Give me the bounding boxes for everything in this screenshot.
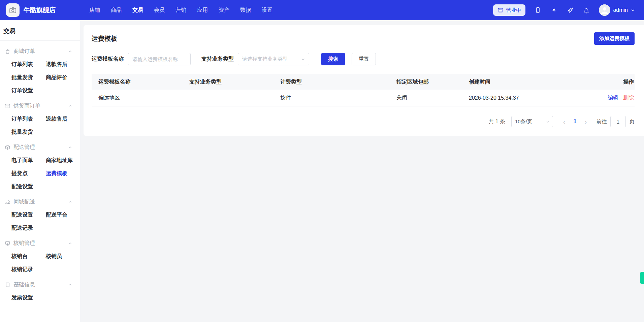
sidebar-item-提货点[interactable]: 提货点: [11, 170, 46, 177]
sidebar-item-商家地址库[interactable]: 商家地址库: [46, 157, 80, 164]
floating-helper-tab[interactable]: [640, 272, 644, 284]
sidebar-item-订单列表[interactable]: 订单列表: [11, 61, 46, 68]
nav-item-店铺[interactable]: 店铺: [89, 7, 100, 14]
nav-item-资产[interactable]: 资产: [219, 7, 229, 14]
menu-row: 提货点运费模板: [0, 167, 80, 180]
rocket-icon[interactable]: [567, 6, 574, 14]
section-label: 商城订单: [13, 48, 65, 55]
sidebar-item-订单列表[interactable]: 订单列表: [11, 116, 46, 123]
topbar-right: 营业中: [493, 4, 635, 16]
section-商城订单[interactable]: 商城订单: [0, 43, 80, 58]
info-icon: [5, 282, 11, 288]
gear-icon[interactable]: [550, 6, 558, 14]
edit-link[interactable]: 编辑: [608, 94, 618, 101]
row-actions: 编辑删除: [594, 94, 635, 101]
chevron-up-icon[interactable]: [68, 241, 73, 246]
section-label: 同城配送: [13, 198, 65, 205]
column-header-指定区域包邮: 指定区域包邮: [390, 78, 462, 86]
sidebar-item-配送记录[interactable]: 配送记录: [11, 225, 46, 232]
nav-item-会员[interactable]: 会员: [154, 7, 165, 14]
section-基础信息[interactable]: 基础信息: [0, 276, 80, 291]
verify-icon: [5, 240, 11, 247]
topbar: 牛酷旗舰店 店铺商品交易会员营销应用资产数据设置 营业中: [0, 0, 644, 20]
chevron-up-icon[interactable]: [68, 145, 73, 150]
filter-type-label: 支持业务类型: [201, 56, 234, 63]
nav-item-营销[interactable]: 营销: [175, 7, 186, 14]
template-name-input[interactable]: [128, 53, 191, 65]
topbar-nav: 店铺商品交易会员营销应用资产数据设置: [89, 7, 272, 14]
sidebar-item-配送平台[interactable]: 配送平台: [46, 212, 80, 219]
sidebar-item-核销记录[interactable]: 核销记录: [11, 266, 46, 273]
nav-item-数据[interactable]: 数据: [240, 7, 251, 14]
sidebar-item-配送设置[interactable]: 配送设置: [11, 183, 46, 190]
mobile-icon[interactable]: [534, 6, 542, 14]
table-header-row: 运费模板名称支持业务类型计费类型指定区域包邮创建时间操作: [92, 74, 635, 90]
bell-icon[interactable]: [583, 6, 590, 14]
sidebar-item-电子面单[interactable]: 电子面单: [11, 157, 46, 164]
page-number[interactable]: 1: [569, 119, 581, 125]
total-count: 共 1 条: [488, 118, 505, 125]
filter-name-label: 运费模板名称: [92, 56, 124, 63]
search-button[interactable]: 搜索: [321, 53, 345, 65]
page-size-value: 10条/页: [515, 119, 532, 125]
menu-row: 批量发货: [0, 126, 80, 139]
goto-page-input[interactable]: [610, 116, 626, 127]
chevron-up-icon[interactable]: [68, 104, 73, 108]
sidebar-item-批量发货[interactable]: 批量发货: [11, 129, 46, 136]
nav-item-设置[interactable]: 设置: [262, 7, 272, 14]
sidebar-title: 交易: [0, 26, 80, 40]
scooter-icon: [5, 199, 11, 205]
page-size-select[interactable]: 10条/页: [511, 116, 553, 127]
section-供货商订单[interactable]: 供货商订单: [0, 97, 80, 112]
table-cell: 关闭: [390, 94, 462, 101]
table-cell: 2026-03-20 15:34:37: [462, 95, 594, 101]
sidebar-item-订单设置[interactable]: 订单设置: [11, 87, 46, 94]
menu-row: 发票设置: [0, 291, 80, 304]
store-logo[interactable]: [6, 3, 20, 17]
menu-row: 配送设置配送平台: [0, 208, 80, 222]
column-header-计费类型: 计费类型: [273, 78, 390, 86]
column-header-操作: 操作: [594, 78, 635, 86]
business-type-placeholder: 请选择支持业务类型: [242, 56, 288, 62]
sidebar-item-核销员[interactable]: 核销员: [46, 253, 80, 260]
add-freight-template-button[interactable]: 添加运费模板: [594, 32, 635, 45]
delete-link[interactable]: 删除: [623, 94, 634, 101]
chevron-up-icon[interactable]: [68, 283, 73, 287]
business-type-select[interactable]: 请选择支持业务类型: [238, 53, 309, 65]
goto-label: 前往: [596, 118, 607, 125]
menu-row: 订单列表退款售后: [0, 58, 80, 71]
sidebar-item-配送设置[interactable]: 配送设置: [11, 212, 46, 219]
column-header-支持业务类型: 支持业务类型: [183, 78, 273, 86]
nav-item-交易[interactable]: 交易: [132, 7, 143, 14]
page-title: 运费模板: [92, 34, 117, 43]
sidebar-item-退款售后[interactable]: 退款售后: [46, 116, 80, 123]
sidebar-item-核销台[interactable]: 核销台: [11, 253, 46, 260]
sidebar-item-运费模板[interactable]: 运费模板: [46, 170, 80, 177]
sidebar-item-退款售后[interactable]: 退款售后: [46, 61, 80, 68]
nav-item-应用[interactable]: 应用: [197, 7, 208, 14]
chevron-up-icon[interactable]: [68, 49, 73, 54]
menu-row: 批量发货商品评价: [0, 71, 80, 84]
freight-template-table: 运费模板名称支持业务类型计费类型指定区域包邮创建时间操作 偏远地区按件关闭202…: [92, 74, 635, 106]
main-area: 运费模板 添加运费模板 运费模板名称 支持业务类型 请选择支持业务类型 搜索 重…: [80, 20, 644, 322]
status-badge[interactable]: 营业中: [493, 4, 525, 16]
next-page-button[interactable]: ›: [581, 118, 591, 125]
avatar: [599, 4, 610, 16]
sidebar-item-批量发货[interactable]: 批量发货: [11, 74, 46, 81]
user-menu[interactable]: admin: [599, 4, 635, 16]
sidebar-menu: 商城订单订单列表退款售后批量发货商品评价订单设置供货商订单订单列表退款售后批量发…: [0, 43, 80, 304]
divider: [0, 40, 80, 41]
column-header-创建时间: 创建时间: [462, 78, 594, 86]
sidebar-item-商品评价[interactable]: 商品评价: [46, 74, 80, 81]
table-row: 偏远地区按件关闭2026-03-20 15:34:37编辑删除: [92, 90, 635, 106]
sidebar-item-发票设置[interactable]: 发票设置: [11, 294, 46, 301]
section-同城配送[interactable]: 同城配送: [0, 193, 80, 208]
prev-page-button[interactable]: ‹: [559, 118, 569, 125]
nav-item-商品[interactable]: 商品: [111, 7, 122, 14]
sidebar: 交易 商城订单订单列表退款售后批量发货商品评价订单设置供货商订单订单列表退款售后…: [0, 20, 80, 322]
section-核销管理[interactable]: 核销管理: [0, 235, 80, 250]
chevron-up-icon[interactable]: [68, 200, 73, 204]
reset-button[interactable]: 重置: [352, 53, 376, 65]
section-配送管理[interactable]: 配送管理: [0, 139, 80, 154]
orders-icon: [5, 49, 11, 55]
